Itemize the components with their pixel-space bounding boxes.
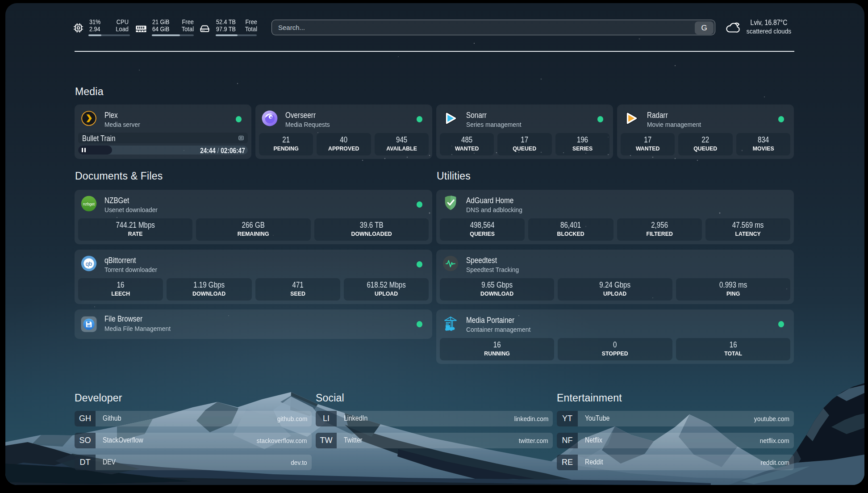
svg-text:qb: qb — [86, 260, 92, 267]
svg-text:nzbget: nzbget — [83, 202, 95, 206]
